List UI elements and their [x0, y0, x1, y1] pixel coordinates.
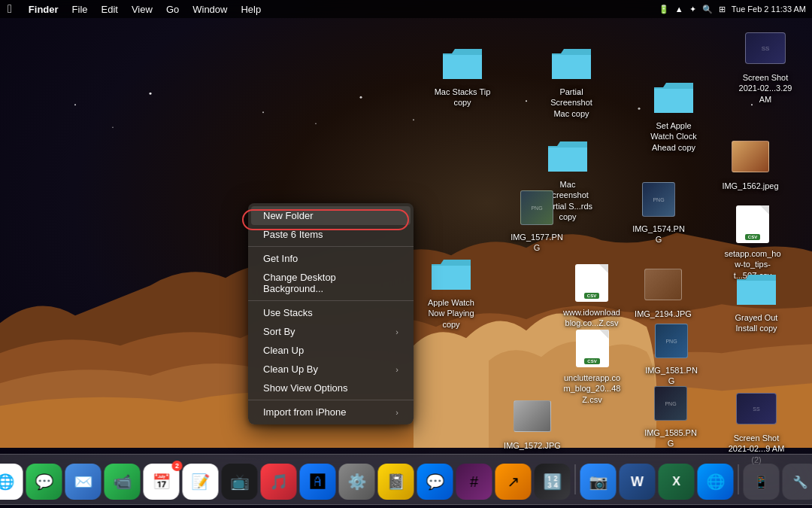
photo-icon — [729, 135, 771, 178]
menu-file[interactable]: File — [71, 4, 89, 15]
screenshot-icon: SS — [744, 27, 786, 69]
context-menu-paste-items[interactable]: Paste 6 Items — [251, 225, 411, 244]
context-menu-change-background[interactable]: Change Desktop Background... — [251, 268, 411, 298]
photo-icon — [511, 395, 553, 437]
dock: 🖥️ 🚀 🧭 🌐 💬 ✉️ 📹 📅 2 — [0, 454, 812, 505]
context-menu-sort-by[interactable]: Sort By › — [251, 322, 411, 341]
svg-point-9 — [112, 126, 114, 128]
context-menu-clean-up-by[interactable]: Clean Up By › — [251, 360, 411, 379]
svg-point-10 — [315, 123, 317, 124]
wifi-icon[interactable]: ▲ — [675, 5, 683, 14]
icon-label: IMG_1572.JPG — [504, 440, 561, 451]
folder-icon — [441, 41, 483, 84]
dock-item-excel[interactable]: X — [659, 464, 695, 500]
dock-item-transloader[interactable]: ↗ — [495, 464, 532, 500]
icon-label: Set Apple Watch Clock Ahead copy — [644, 120, 703, 153]
battery-icon[interactable]: 🔋 — [659, 5, 669, 14]
folder-icon — [430, 252, 472, 294]
context-menu-show-view-options[interactable]: Show View Options — [251, 379, 411, 397]
desktop-icon-mac-stacks-tip[interactable]: Mac Stacks Tip copy — [432, 41, 492, 108]
dock-item-reminders[interactable]: 📝 — [183, 464, 219, 500]
folder-icon — [550, 41, 592, 84]
submenu-chevron: › — [395, 327, 398, 336]
icon-label: www.idownloadblog.co...Z.csv — [562, 307, 621, 329]
desktop-icon-partial-screenshot[interactable]: Partial Screenshot Mac copy — [541, 41, 601, 119]
menu-window[interactable]: Window — [191, 4, 229, 15]
context-menu-use-stacks[interactable]: Use Stacks — [251, 303, 411, 322]
folder-icon — [735, 267, 777, 309]
desktop-icon-unclutter-csv[interactable]: CSV unclutterapp.com_blog_20...48Z.csv — [556, 327, 628, 405]
svg-point-5 — [526, 100, 527, 102]
dock-item-notes[interactable]: 📓 — [378, 464, 414, 500]
desktop-icon-img-1562[interactable]: IMG_1562.jpeg — [720, 135, 780, 191]
context-menu-separator-1 — [248, 246, 414, 247]
dock-item-extra-1[interactable]: 📱 — [744, 464, 780, 500]
csv-icon: CSV — [732, 203, 774, 245]
icon-label: Screen Shot 2021-02...3.29 AM — [736, 72, 795, 105]
context-menu-get-info[interactable]: Get Info — [251, 249, 411, 268]
apple-menu[interactable]:  — [6, 2, 14, 16]
desktop-icon-img-1585[interactable]: PNG IMG_1585.PNG — [641, 382, 701, 449]
dock-item-messages[interactable]: 💬 — [26, 464, 62, 500]
svg-point-2 — [262, 111, 264, 113]
datetime-display: Tue Feb 2 11:33 AM — [732, 5, 806, 14]
dock-item-extra-2[interactable]: 🔧 — [783, 464, 813, 500]
icon-label: Grayed Out Install copy — [727, 312, 786, 334]
screenshot-icon: SS — [735, 388, 777, 430]
icon-label: IMG_2194.JPG — [635, 309, 692, 319]
folder-icon — [547, 134, 589, 176]
dock-item-music[interactable]: 🎵 — [261, 464, 297, 500]
dock-item-system-prefs[interactable]: ⚙️ — [339, 464, 375, 500]
desktop-icon-apple-watch-now[interactable]: Apple Watch Now Playing copy — [421, 252, 481, 330]
icon-label: Partial Screenshot Mac copy — [542, 87, 601, 119]
desktop-icon-img-1577[interactable]: PNG IMG_1577.PNG — [507, 187, 567, 254]
dock-item-appstore[interactable]: 🅰 — [300, 464, 336, 500]
desktop-icon-img-1574[interactable]: PNG IMG_1574.PNG — [629, 178, 689, 245]
dock-item-chrome[interactable]: 🌐 — [0, 464, 23, 500]
csv-icon: CSV — [571, 327, 614, 370]
menu-view[interactable]: View — [130, 4, 154, 15]
dock-item-browser[interactable]: 🌐 — [698, 464, 734, 500]
svg-point-6 — [638, 107, 641, 109]
app-menu-finder[interactable]: Finder — [27, 4, 60, 15]
desktop[interactable]:  Finder File Edit View Go Window Help 🔋… — [0, 0, 812, 508]
desktop-icon-apple-watch[interactable]: Set Apple Watch Clock Ahead copy — [644, 75, 704, 153]
svg-point-1 — [150, 93, 152, 95]
dock-separator-2 — [738, 464, 739, 494]
menu-help[interactable]: Help — [239, 4, 262, 15]
dock-item-zoom[interactable]: 📷 — [580, 464, 617, 500]
dock-item-facetime[interactable]: 📹 — [105, 464, 141, 500]
desktop-icon-img-1581[interactable]: PNG IMG_1581.PNG — [641, 320, 701, 387]
control-center-icon[interactable]: ⊞ — [719, 5, 726, 14]
icon-label: IMG_1577.PNG — [508, 232, 566, 254]
photo-icon: PNG — [516, 187, 558, 229]
desktop-icon-img-1572[interactable]: IMG_1572.JPG — [502, 395, 562, 451]
context-menu-clean-up[interactable]: Clean Up — [251, 341, 411, 360]
desktop-icon-img-2194[interactable]: IMG_2194.JPG — [633, 263, 693, 319]
desktop-icon-screenshot-1[interactable]: SS Screen Shot 2021-02...3.29 AM — [735, 27, 795, 105]
desktop-icon-idownload-csv[interactable]: CSV www.idownloadblog.co...Z.csv — [558, 262, 626, 329]
svg-point-4 — [413, 119, 414, 120]
icon-label: unclutterapp.com_blog_20...48Z.csv — [563, 373, 622, 405]
desktop-icon-grayed-out[interactable]: Grayed Out Install copy — [726, 267, 786, 334]
dock-item-messenger[interactable]: 💬 — [417, 464, 453, 500]
photo-icon: PNG — [650, 382, 692, 424]
dock-item-calendar[interactable]: 📅 2 — [144, 464, 180, 500]
dock-item-word[interactable]: W — [620, 464, 656, 500]
photo-icon: PNG — [638, 178, 680, 221]
menu-edit[interactable]: Edit — [100, 4, 120, 15]
context-menu-separator-2 — [248, 300, 414, 301]
bluetooth-icon[interactable]: ✦ — [689, 5, 696, 14]
dock-item-appletv[interactable]: 📺 — [222, 464, 258, 500]
icon-label: IMG_1562.jpeg — [722, 181, 778, 191]
menu-go[interactable]: Go — [165, 4, 180, 15]
dock-item-mail[interactable]: ✉️ — [65, 464, 102, 500]
search-icon[interactable]: 🔍 — [702, 5, 713, 14]
photo-icon — [642, 263, 684, 306]
icon-label: Mac Stacks Tip copy — [433, 87, 492, 108]
context-menu-import-iphone[interactable]: Import from iPhone › — [251, 403, 411, 421]
dock-item-calculator[interactable]: 🔢 — [535, 464, 571, 500]
submenu-chevron-2: › — [395, 365, 398, 374]
context-menu-new-folder[interactable]: New Folder — [251, 206, 411, 225]
dock-item-slack[interactable]: # — [456, 464, 492, 500]
